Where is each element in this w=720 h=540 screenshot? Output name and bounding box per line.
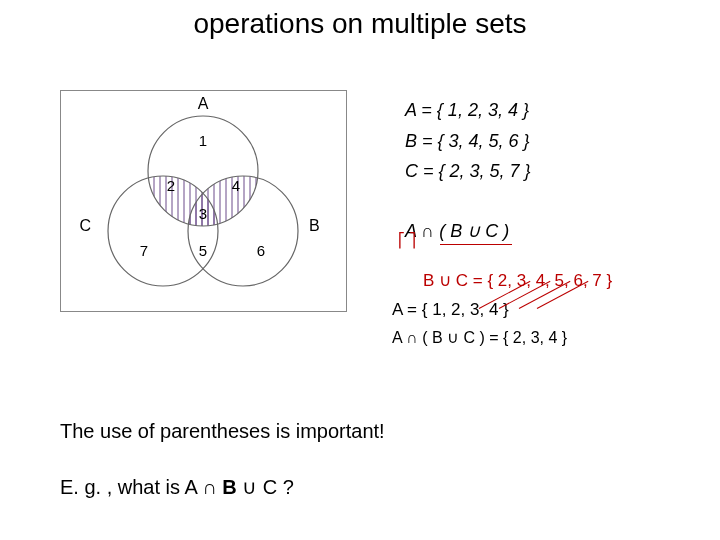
set-a-def: A = { 1, 2, 3, 4 } bbox=[405, 95, 531, 126]
set-definitions: A = { 1, 2, 3, 4 } B = { 3, 4, 5, 6 } C … bbox=[405, 95, 531, 187]
venn-n3: 3 bbox=[199, 205, 207, 222]
result-a-recall: A = { 1, 2, 3, 4 } bbox=[392, 300, 509, 320]
venn-label-b: B bbox=[309, 217, 320, 234]
venn-n6: 6 bbox=[257, 242, 265, 259]
set-b-def: B = { 3, 4, 5, 6 } bbox=[405, 126, 531, 157]
cup-symbol: ∪ bbox=[242, 476, 257, 498]
footnote-example: E. g. , what is A ∩ B ∪ C ? bbox=[60, 475, 294, 499]
page-title: operations on multiple sets bbox=[0, 8, 720, 40]
result-final: A ∩ ( B ∪ C ) = { 2, 3, 4 } bbox=[392, 328, 567, 347]
venn-label-a: A bbox=[198, 95, 209, 112]
venn-n7: 7 bbox=[140, 242, 148, 259]
venn-n2: 2 bbox=[167, 177, 175, 194]
footnote-parentheses: The use of parentheses is important! bbox=[60, 420, 385, 443]
operation-expression: A ∩ ( B ∪ C ) bbox=[405, 220, 509, 242]
venn-label-c: C bbox=[79, 217, 91, 234]
set-c-def: C = { 2, 3, 5, 7 } bbox=[405, 156, 531, 187]
eg-prefix: E. g. , what is A bbox=[60, 476, 202, 498]
venn-diagram: A B C 1 2 3 4 5 6 7 bbox=[60, 90, 347, 312]
venn-svg: A B C 1 2 3 4 5 6 7 bbox=[61, 91, 346, 311]
eg-suffix: C ? bbox=[257, 476, 294, 498]
operation-bracket-mark: ⎡ ⎤ bbox=[398, 232, 416, 248]
eg-b: B bbox=[217, 476, 243, 498]
operation-underline bbox=[440, 244, 512, 245]
venn-n4: 4 bbox=[232, 177, 240, 194]
venn-n1: 1 bbox=[199, 132, 207, 149]
cap-symbol: ∩ bbox=[202, 476, 216, 498]
venn-n5: 5 bbox=[199, 242, 207, 259]
